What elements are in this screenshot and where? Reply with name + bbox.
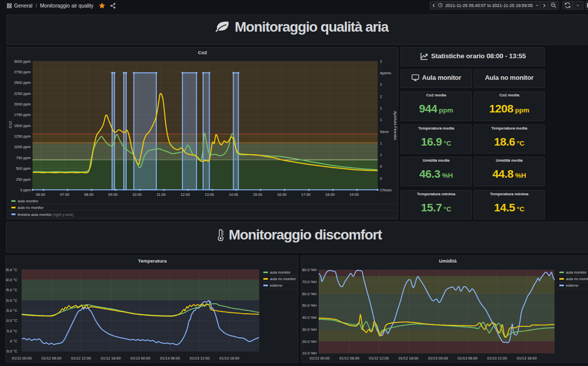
- svg-text:18:00: 18:00: [325, 192, 335, 197]
- svg-text:Aperto: Aperto: [380, 71, 391, 75]
- svg-text:1: 1: [380, 141, 382, 146]
- svg-text:20.0 %H: 20.0 %H: [302, 339, 317, 343]
- svg-text:01/12 00:00: 01/12 00:00: [12, 355, 32, 360]
- svg-text:1: 1: [380, 117, 382, 122]
- svg-text:aula monitor: aula monitor: [18, 199, 39, 203]
- svg-text:01/12 06:00: 01/12 06:00: [41, 355, 61, 360]
- svg-text:01/12 06:00: 01/12 06:00: [339, 355, 359, 360]
- svg-text:17:00: 17:00: [301, 192, 311, 197]
- svg-text:13:00: 13:00: [205, 192, 214, 197]
- svg-text:35.0 °C: 35.0 °C: [6, 267, 18, 272]
- svg-text:30.0 %H: 30.0 %H: [302, 327, 317, 331]
- svg-text:3000 ppm: 3000 ppm: [14, 59, 31, 64]
- svg-text:500 ppm: 500 ppm: [16, 166, 31, 171]
- svg-text:01/12 00:00: 01/12 00:00: [310, 355, 330, 360]
- svg-text:01/12 12:00: 01/12 12:00: [71, 355, 91, 360]
- svg-text:12:00: 12:00: [180, 192, 190, 197]
- svg-text:esterno: esterno: [566, 283, 578, 288]
- svg-text:1: 1: [380, 153, 382, 157]
- svg-text:1500 ppm: 1500 ppm: [14, 124, 31, 128]
- svg-text:2: 2: [380, 94, 382, 99]
- svg-text:-5.0 °C: -5.0 °C: [6, 349, 18, 353]
- svg-text:01/12 12:00: 01/12 12:00: [369, 355, 389, 360]
- svg-text:2: 2: [380, 82, 382, 87]
- svg-text:Apertura Finestra: Apertura Finestra: [393, 111, 398, 141]
- svg-text:15.0 °C: 15.0 °C: [6, 308, 18, 313]
- svg-text:08:00: 08:00: [84, 192, 93, 197]
- svg-text:Chiuso: Chiuso: [380, 188, 391, 192]
- svg-text:01/13 12:00: 01/13 12:00: [487, 355, 507, 360]
- svg-text:01/13 18:00: 01/13 18:00: [220, 355, 240, 360]
- svg-text:Umidità: Umidità: [439, 258, 457, 263]
- svg-text:07:00: 07:00: [60, 192, 69, 197]
- svg-text:Co2: Co2: [198, 50, 207, 55]
- svg-text:5.0 °C: 5.0 °C: [7, 328, 18, 333]
- svg-text:10.0 °C: 10.0 °C: [6, 318, 18, 323]
- svg-text:14:00: 14:00: [229, 192, 238, 197]
- svg-text:01/13 00:00: 01/13 00:00: [428, 355, 448, 360]
- svg-text:aula no monitor: aula no monitor: [270, 277, 296, 281]
- svg-text:01/13 06:00: 01/13 06:00: [458, 355, 478, 360]
- svg-text:0 °C: 0 °C: [10, 338, 18, 343]
- svg-text:1: 1: [380, 106, 382, 110]
- svg-text:60.0 %H: 60.0 %H: [302, 291, 317, 296]
- svg-text:50.0 %H: 50.0 %H: [302, 303, 317, 308]
- svg-text:80.0 %H: 80.0 %H: [302, 268, 317, 272]
- svg-text:2: 2: [380, 59, 382, 64]
- svg-text:01/13 00:00: 01/13 00:00: [130, 355, 150, 360]
- svg-text:01/13 06:00: 01/13 06:00: [160, 355, 180, 360]
- svg-text:2500 ppm: 2500 ppm: [14, 80, 31, 85]
- svg-text:Co2: Co2: [8, 121, 13, 128]
- svg-text:1750 ppm: 1750 ppm: [14, 112, 31, 117]
- svg-text:1000 ppm: 1000 ppm: [14, 145, 31, 149]
- svg-text:0: 0: [380, 176, 382, 181]
- svg-text:01/12 18:00: 01/12 18:00: [101, 355, 121, 360]
- svg-text:aula monitor: aula monitor: [566, 270, 587, 275]
- svg-text:11:00: 11:00: [156, 192, 165, 197]
- svg-text:70.0 %H: 70.0 %H: [302, 279, 317, 284]
- svg-text:06:00: 06:00: [36, 192, 45, 197]
- svg-text:0 ppm: 0 ppm: [20, 188, 31, 192]
- svg-text:Semi: Semi: [380, 130, 388, 134]
- svg-text:01/12 18:00: 01/12 18:00: [399, 355, 419, 360]
- svg-text:10.0 %H: 10.0 %H: [302, 351, 317, 355]
- svg-text:2000 ppm: 2000 ppm: [14, 102, 31, 106]
- svg-text:aula monitor: aula monitor: [270, 270, 291, 275]
- svg-text:1250 ppm: 1250 ppm: [14, 134, 31, 139]
- svg-text:20.0 °C: 20.0 °C: [6, 298, 18, 302]
- svg-text:2250 ppm: 2250 ppm: [14, 91, 31, 96]
- svg-text:0: 0: [380, 164, 382, 169]
- svg-text:01/13 18:00: 01/13 18:00: [517, 355, 537, 360]
- svg-text:aula no monitor: aula no monitor: [18, 205, 44, 210]
- svg-text:30.0 °C: 30.0 °C: [6, 278, 18, 282]
- svg-text:16:00: 16:00: [277, 192, 286, 197]
- svg-text:esterno: esterno: [270, 283, 282, 288]
- svg-text:40.0 %H: 40.0 %H: [302, 315, 317, 320]
- svg-text:10:00: 10:00: [132, 192, 142, 197]
- svg-text:Temperatura: Temperatura: [138, 258, 167, 263]
- svg-text:250 ppm: 250 ppm: [16, 177, 31, 182]
- svg-text:750 ppm: 750 ppm: [16, 156, 31, 160]
- svg-text:2750 ppm: 2750 ppm: [14, 70, 31, 74]
- svg-text:09:00: 09:00: [108, 192, 118, 197]
- svg-text:19:00: 19:00: [349, 192, 359, 197]
- svg-text:01/13 12:00: 01/13 12:00: [190, 355, 210, 360]
- svg-text:25.0 °C: 25.0 °C: [6, 288, 18, 292]
- svg-text:finestra aula monitor (right y: finestra aula monitor (right y-axis): [18, 212, 74, 217]
- svg-text:15:00: 15:00: [253, 192, 262, 197]
- svg-text:aula no monitor: aula no monitor: [566, 277, 588, 281]
